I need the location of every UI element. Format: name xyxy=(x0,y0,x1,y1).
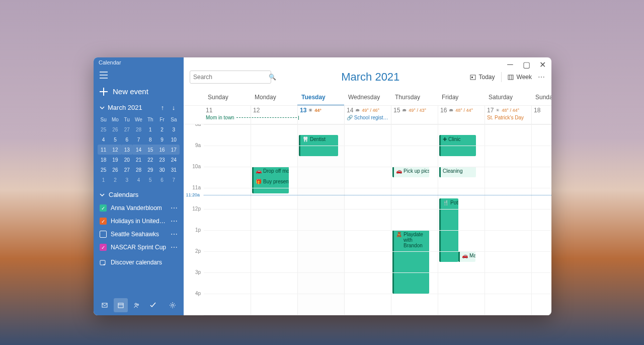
mini-cal-day[interactable]: 25 xyxy=(98,165,109,175)
mini-cal-day[interactable]: 27 xyxy=(121,124,133,134)
hamburger-button[interactable] xyxy=(94,68,184,83)
day-column[interactable]: 🦷Dentist xyxy=(297,124,344,315)
mini-cal-day[interactable]: 4 xyxy=(98,134,109,145)
mini-cal-day[interactable]: 1 xyxy=(98,175,109,185)
mini-cal-day[interactable]: 6 xyxy=(156,175,168,185)
mini-cal-day[interactable]: 7 xyxy=(168,175,180,185)
calendar-more-button[interactable]: ⋯ xyxy=(171,230,178,238)
day-header[interactable]: Wednesday xyxy=(344,92,391,105)
mini-cal-day[interactable]: 25 xyxy=(98,124,109,134)
mini-cal-day[interactable]: 6 xyxy=(121,134,133,145)
mini-cal-day[interactable]: 8 xyxy=(144,134,156,145)
calendar-checkbox[interactable] xyxy=(100,204,107,212)
allday-event[interactable]: 🔗 School registrati xyxy=(347,115,389,120)
allday-cell[interactable]: 16 🌧 48° / 44° xyxy=(438,106,485,124)
mini-cal-day[interactable]: 3 xyxy=(168,124,180,134)
mini-cal-day[interactable]: 12 xyxy=(109,145,121,155)
allday-cell[interactable]: 18 xyxy=(531,106,551,124)
calendar-item[interactable]: Holidays in United States ⋯ xyxy=(97,215,181,228)
calendar-button[interactable] xyxy=(114,298,128,312)
mini-cal-day[interactable]: 5 xyxy=(109,134,121,145)
mini-cal-day[interactable]: 26 xyxy=(109,124,121,134)
mini-cal-day[interactable]: 26 xyxy=(109,165,121,175)
mail-button[interactable] xyxy=(98,298,112,312)
chevron-down-icon[interactable] xyxy=(100,105,105,110)
allday-cell[interactable]: 15 🌧 49° / 43° xyxy=(391,106,438,124)
day-header[interactable]: Monday xyxy=(251,92,297,105)
mini-cal-day[interactable]: 16 xyxy=(156,145,168,155)
mini-cal-day[interactable]: 9 xyxy=(156,134,168,145)
mini-cal-day[interactable]: 30 xyxy=(156,165,168,175)
new-event-button[interactable]: New event xyxy=(94,83,184,102)
allday-cell[interactable]: 17 ☀ 48° / 44°St. Patrick's Day xyxy=(485,106,531,124)
mini-cal-day[interactable]: 3 xyxy=(121,175,133,185)
maximize-button[interactable]: ▢ xyxy=(519,59,533,70)
mini-cal-day[interactable]: 31 xyxy=(168,165,180,175)
day-column[interactable] xyxy=(344,124,391,315)
prev-month-button[interactable]: ↑ xyxy=(158,104,167,111)
mini-cal-day[interactable]: 7 xyxy=(133,134,144,145)
calendar-checkbox[interactable] xyxy=(100,218,107,225)
day-column[interactable] xyxy=(485,124,531,315)
day-column[interactable]: 🚗Drop off mo🎁Buy present xyxy=(251,124,297,315)
search-box[interactable]: 🔍 xyxy=(190,71,271,84)
day-header[interactable]: Sunday xyxy=(204,92,251,105)
day-column[interactable]: 🚗Pick up pics🧸Playdate with Brandon xyxy=(391,124,438,315)
search-icon[interactable]: 🔍 xyxy=(269,74,276,81)
mini-cal-day[interactable]: 19 xyxy=(109,155,121,165)
close-button[interactable]: ✕ xyxy=(535,59,549,70)
calendar-event[interactable]: Cleaning xyxy=(439,167,476,177)
calendar-item[interactable]: Seattle Seahawks ⋯ xyxy=(97,228,181,241)
mini-cal-day[interactable]: 11 xyxy=(98,145,109,155)
people-button[interactable] xyxy=(130,298,144,312)
calendar-more-button[interactable]: ⋯ xyxy=(171,204,178,212)
more-button[interactable]: ⋯ xyxy=(538,73,545,81)
calendar-event[interactable]: 🚗Mar xyxy=(458,251,475,262)
calendar-checkbox[interactable] xyxy=(100,231,107,238)
calendars-header[interactable]: Calendars xyxy=(94,188,184,201)
calendar-more-button[interactable]: ⋯ xyxy=(171,217,178,225)
calendar-event[interactable]: 🧸Playdate with Brandon xyxy=(392,230,429,294)
day-header[interactable]: Thursday xyxy=(391,92,438,105)
mini-cal-day[interactable]: 21 xyxy=(133,155,144,165)
mini-cal-day[interactable]: 10 xyxy=(168,134,180,145)
mini-cal-day[interactable]: 24 xyxy=(168,155,180,165)
todo-button[interactable] xyxy=(146,298,160,312)
view-dropdown[interactable]: Week xyxy=(508,74,532,81)
search-input[interactable] xyxy=(193,74,269,81)
discover-calendars-button[interactable]: Discover calendars xyxy=(94,254,184,271)
day-header[interactable]: Tuesday xyxy=(297,92,344,106)
day-header[interactable]: Friday xyxy=(438,92,485,105)
calendar-event[interactable]: 🎁Buy present xyxy=(252,177,289,193)
day-column[interactable]: ✚ClinicCleaning🍴Potl🚗Mar xyxy=(438,124,485,315)
day-header[interactable]: Saturday xyxy=(485,92,531,105)
mini-cal-day[interactable]: 17 xyxy=(168,145,180,155)
mini-cal-day[interactable]: 18 xyxy=(98,155,109,165)
next-month-button[interactable]: ↓ xyxy=(170,104,178,111)
mini-cal-day[interactable]: 23 xyxy=(156,155,168,165)
today-button[interactable]: Today xyxy=(470,74,495,81)
mini-cal-day[interactable]: 28 xyxy=(133,165,144,175)
mini-cal-day[interactable]: 5 xyxy=(144,175,156,185)
day-column[interactable] xyxy=(204,124,251,315)
mini-cal-day[interactable]: 14 xyxy=(133,145,144,155)
mini-cal-day[interactable]: 27 xyxy=(121,165,133,175)
calendar-item[interactable]: NASCAR Sprint Cup ⋯ xyxy=(97,241,181,254)
mini-cal-day[interactable]: 15 xyxy=(144,145,156,155)
mini-calendar[interactable]: SuMoTuWeThFrSa25262728123456789101112131… xyxy=(94,113,184,188)
mini-cal-day[interactable]: 2 xyxy=(156,124,168,134)
mini-cal-day[interactable]: 2 xyxy=(109,175,121,185)
mini-cal-day[interactable]: 13 xyxy=(121,145,133,155)
allday-event[interactable]: St. Patrick's Day xyxy=(487,115,529,120)
allday-cell[interactable]: 11Mom in town xyxy=(204,106,251,124)
day-column[interactable] xyxy=(531,124,551,315)
calendar-checkbox[interactable] xyxy=(100,244,107,251)
calendar-event[interactable]: 🚗Pick up pics xyxy=(392,167,429,177)
allday-cell[interactable]: 12 xyxy=(251,106,297,124)
mini-cal-day[interactable]: 28 xyxy=(133,124,144,134)
day-header[interactable]: Sunda xyxy=(531,92,551,105)
mini-cal-day[interactable]: 29 xyxy=(144,165,156,175)
mini-cal-day[interactable]: 1 xyxy=(144,124,156,134)
mini-cal-day[interactable]: 20 xyxy=(121,155,133,165)
minimize-button[interactable]: ─ xyxy=(503,59,517,70)
